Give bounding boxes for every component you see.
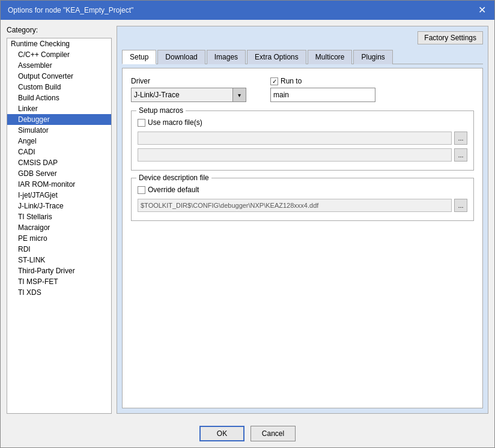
sidebar-item-linker[interactable]: Linker (7, 103, 111, 114)
sidebar-item-build-actions[interactable]: Build Actions (7, 92, 111, 103)
sidebar-item-pe-micro[interactable]: PE micro (7, 233, 111, 244)
driver-select[interactable]: J-Link/J-Trace (131, 88, 233, 102)
sidebar-item-output-converter[interactable]: Output Converter (7, 71, 111, 82)
sidebar-item-cpp-compiler[interactable]: C/C++ Compiler (7, 49, 111, 60)
sidebar-item-cmsis-dap[interactable]: CMSIS DAP (7, 157, 111, 168)
dialog-title: Options for node "KEA_Empty_Project" (8, 6, 133, 14)
sidebar-item-iar-rom-monitor[interactable]: IAR ROM-monitor (7, 179, 111, 190)
tab-setup[interactable]: Setup (122, 50, 156, 64)
sidebar-item-j-link-j-trace[interactable]: J-Link/J-Trace (7, 201, 111, 211)
close-button[interactable]: ✕ (477, 5, 487, 15)
sidebar-item-assembler[interactable]: Assembler (7, 60, 111, 71)
driver-row: Driver J-Link/J-Trace ▾ Run to (131, 77, 474, 102)
sidebar-item-macraigor[interactable]: Macraigor (7, 222, 111, 233)
device-browse-btn[interactable]: ... (454, 199, 467, 212)
top-bar: Factory Settings (122, 31, 483, 44)
main-dialog: Options for node "KEA_Empty_Project" ✕ C… (0, 0, 495, 448)
sidebar-item-ti-stellaris[interactable]: TI Stellaris (7, 211, 111, 222)
macro-browse-btn-2[interactable]: ... (454, 148, 467, 162)
run-to-input[interactable] (270, 88, 375, 102)
device-desc-legend: Device description file (136, 174, 211, 182)
run-to-label-row: Run to (270, 77, 375, 85)
tab-multicore[interactable]: Multicore (308, 50, 353, 64)
device-desc-group: Device description file Override default… (131, 178, 474, 221)
sidebar-item-third-party-driver[interactable]: Third-Party Driver (7, 265, 111, 276)
tab-content: Driver J-Link/J-Trace ▾ Run to (122, 68, 483, 408)
use-macro-row: Use macro file(s) (138, 118, 467, 127)
dialog-body: Category: Runtime CheckingC/C++ Compiler… (1, 20, 494, 420)
sidebar: Category: Runtime CheckingC/C++ Compiler… (7, 26, 112, 414)
use-macro-label: Use macro file(s) (148, 118, 202, 127)
content-area: Factory Settings SetupDownloadImagesExtr… (117, 26, 488, 414)
sidebar-item-runtime-checking[interactable]: Runtime Checking (7, 38, 111, 49)
dialog-footer: OK Cancel (1, 420, 494, 447)
use-macro-checkbox[interactable] (138, 119, 145, 127)
setup-macros-group: Setup macros Use macro file(s) ... ... (131, 110, 474, 171)
sidebar-item-st-link[interactable]: ST-LINK (7, 255, 111, 265)
sidebar-item-i-jet-jtagjet[interactable]: I-jet/JTAGjet (7, 190, 111, 201)
run-to-checkbox[interactable] (270, 77, 278, 85)
tab-download[interactable]: Download (157, 50, 205, 64)
tab-images[interactable]: Images (207, 50, 246, 64)
driver-group: Driver J-Link/J-Trace ▾ (131, 77, 246, 102)
sidebar-item-custom-build[interactable]: Custom Build (7, 82, 111, 92)
tab-extra-options[interactable]: Extra Options (247, 50, 306, 64)
category-label: Category: (7, 26, 112, 34)
sidebar-item-ti-msp-fet[interactable]: TI MSP-FET (7, 276, 111, 287)
device-path-row: ... (138, 199, 467, 212)
category-list[interactable]: Runtime CheckingC/C++ CompilerAssemblerO… (7, 38, 112, 414)
override-default-label: Override default (148, 186, 199, 194)
macro-input-1[interactable] (138, 132, 452, 145)
macro-input-row-2: ... (138, 148, 467, 162)
title-bar: Options for node "KEA_Empty_Project" ✕ (1, 1, 494, 20)
override-default-row: Override default (138, 186, 467, 194)
driver-label: Driver (131, 77, 246, 85)
sidebar-item-angel[interactable]: Angel (7, 136, 111, 147)
sidebar-item-rdi[interactable]: RDI (7, 244, 111, 255)
macro-input-2[interactable] (138, 148, 452, 162)
run-to-group: Run to (270, 77, 375, 102)
tab-bar: SetupDownloadImagesExtra OptionsMulticor… (122, 49, 483, 64)
sidebar-item-debugger[interactable]: Debugger (7, 114, 111, 125)
macro-browse-btn-1[interactable]: ... (454, 132, 467, 145)
sidebar-item-cadi[interactable]: CADI (7, 147, 111, 157)
sidebar-item-simulator[interactable]: Simulator (7, 125, 111, 136)
cancel-button[interactable]: Cancel (251, 426, 296, 441)
macro-input-row-1: ... (138, 132, 467, 145)
run-to-label: Run to (281, 77, 302, 85)
device-path-input[interactable] (138, 199, 452, 212)
override-default-checkbox[interactable] (138, 186, 145, 194)
setup-macros-legend: Setup macros (136, 106, 186, 115)
sidebar-item-gdb-server[interactable]: GDB Server (7, 168, 111, 179)
sidebar-item-ti-xds[interactable]: TI XDS (7, 287, 111, 298)
tab-plugins[interactable]: Plugins (353, 50, 392, 64)
driver-select-arrow[interactable]: ▾ (233, 88, 246, 102)
ok-button[interactable]: OK (199, 426, 244, 441)
driver-select-wrapper: J-Link/J-Trace ▾ (131, 88, 246, 102)
factory-settings-button[interactable]: Factory Settings (418, 31, 483, 44)
